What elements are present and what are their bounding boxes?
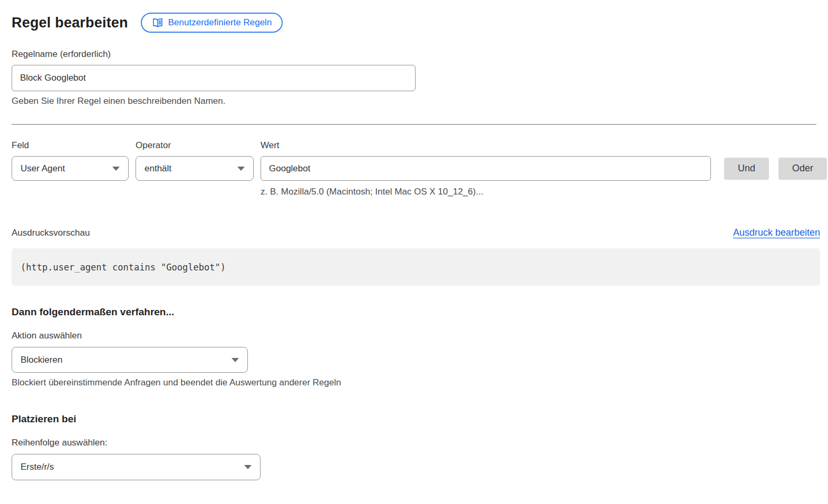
open-book-icon [152, 17, 163, 28]
field-column: Feld User Agent [12, 140, 129, 181]
condition-row: Feld User Agent Operator enthält Wert z.… [12, 140, 820, 197]
operator-select-value: enthält [145, 163, 171, 174]
page-title: Regel bearbeiten [12, 15, 128, 31]
action-select-value: Blockieren [21, 355, 62, 365]
order-select-value: Erste/r/s [21, 462, 54, 472]
field-select[interactable]: User Agent [12, 156, 129, 181]
operator-select[interactable]: enthält [136, 156, 254, 181]
action-select[interactable]: Blockieren [12, 347, 248, 373]
rule-name-input[interactable] [12, 65, 416, 91]
rule-name-label: Regelname (erforderlich) [12, 49, 820, 60]
order-select[interactable]: Erste/r/s [12, 454, 261, 480]
rule-name-section: Regelname (erforderlich) Geben Sie Ihrer… [12, 49, 820, 106]
value-label: Wert [261, 140, 711, 151]
chevron-down-icon [232, 358, 239, 362]
expression-header-row: Ausdrucksvorschau Ausdruck bearbeiten [12, 227, 820, 238]
action-label: Aktion auswählen [12, 331, 820, 341]
chevron-down-icon [112, 167, 120, 171]
action-helper: Blockiert übereinstimmende Anfragen und … [12, 377, 820, 388]
rule-name-helper: Geben Sie Ihrer Regel einen beschreibend… [12, 96, 820, 106]
operator-column: Operator enthält [136, 140, 254, 181]
placement-section: Platzieren bei Reihenfolge auswählen: Er… [12, 413, 820, 480]
docs-badge-label: Benutzerdefinierte Regeln [168, 17, 272, 28]
value-input[interactable] [261, 156, 711, 181]
rule-edit-page: Regel bearbeiten Benutzerdefinierte Rege… [0, 0, 828, 480]
and-button[interactable]: Und [724, 158, 769, 180]
action-section: Dann folgendermaßen verfahren... Aktion … [12, 306, 820, 388]
expression-code: (http.user_agent contains "Googlebot") [21, 262, 226, 273]
operator-label: Operator [136, 140, 254, 151]
value-column: Wert z. B. Mozilla/5.0 (Macintosh; Intel… [261, 140, 711, 197]
action-heading: Dann folgendermaßen verfahren... [12, 306, 820, 318]
expression-preview-box: (http.user_agent contains "Googlebot") [12, 248, 820, 286]
expression-preview-label: Ausdrucksvorschau [12, 228, 90, 238]
logic-buttons: Und Oder [724, 156, 827, 181]
or-button[interactable]: Oder [778, 158, 827, 180]
value-helper: z. B. Mozilla/5.0 (Macintosh; Intel Mac … [261, 187, 711, 197]
custom-rules-docs-badge[interactable]: Benutzerdefinierte Regeln [141, 13, 283, 33]
field-label: Feld [12, 140, 129, 151]
section-divider [12, 124, 816, 125]
chevron-down-icon [237, 167, 245, 171]
chevron-down-icon [244, 465, 252, 469]
field-select-value: User Agent [21, 163, 65, 174]
placement-heading: Platzieren bei [12, 413, 820, 425]
page-header: Regel bearbeiten Benutzerdefinierte Rege… [12, 13, 820, 33]
edit-expression-link[interactable]: Ausdruck bearbeiten [733, 227, 820, 238]
order-label: Reihenfolge auswählen: [12, 438, 820, 448]
